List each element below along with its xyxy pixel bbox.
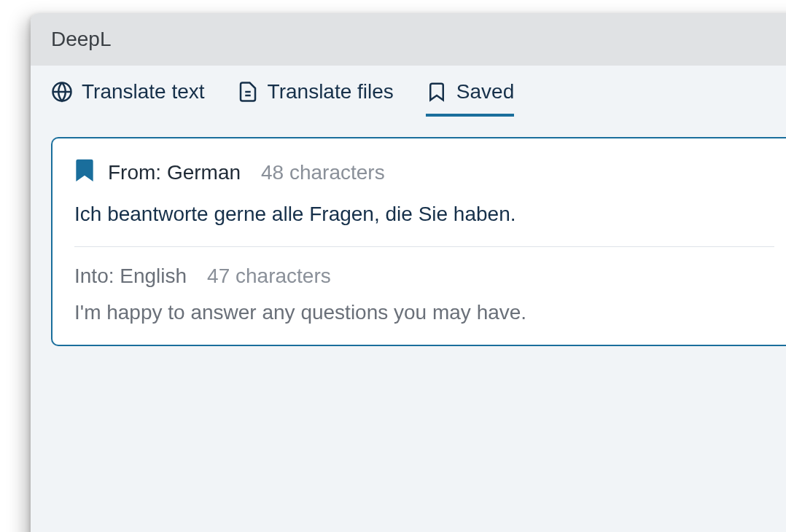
tab-translate-files[interactable]: Translate files <box>237 80 394 117</box>
bookmark-filled-icon <box>74 159 95 187</box>
tab-translate-files-label: Translate files <box>268 80 394 103</box>
divider <box>74 246 774 247</box>
globe-icon <box>51 81 73 103</box>
into-char-count: 47 characters <box>207 265 331 288</box>
tab-saved[interactable]: Saved <box>426 80 514 117</box>
into-language-label: Into: English <box>74 265 187 288</box>
app-window: DeepL Translate text Translate file <box>31 13 786 532</box>
content-area: From: German 48 characters Ich beantwort… <box>31 117 786 367</box>
tab-translate-text[interactable]: Translate text <box>51 80 205 117</box>
from-language-label: From: German <box>108 161 241 184</box>
tab-saved-label: Saved <box>456 80 514 103</box>
card-header: From: German 48 characters <box>74 159 774 187</box>
app-title: DeepL <box>51 28 112 50</box>
titlebar: DeepL <box>31 13 786 66</box>
bookmark-icon <box>426 81 448 103</box>
file-icon <box>237 81 259 103</box>
saved-translation-card[interactable]: From: German 48 characters Ich beantwort… <box>51 137 786 346</box>
tab-translate-text-label: Translate text <box>82 80 205 103</box>
target-text: I'm happy to answer any questions you ma… <box>74 301 774 324</box>
tabbar: Translate text Translate files Saved <box>31 66 786 117</box>
into-row: Into: English 47 characters <box>74 265 774 288</box>
from-char-count: 48 characters <box>261 161 385 184</box>
source-text: Ich beantworte gerne alle Fragen, die Si… <box>74 203 774 226</box>
